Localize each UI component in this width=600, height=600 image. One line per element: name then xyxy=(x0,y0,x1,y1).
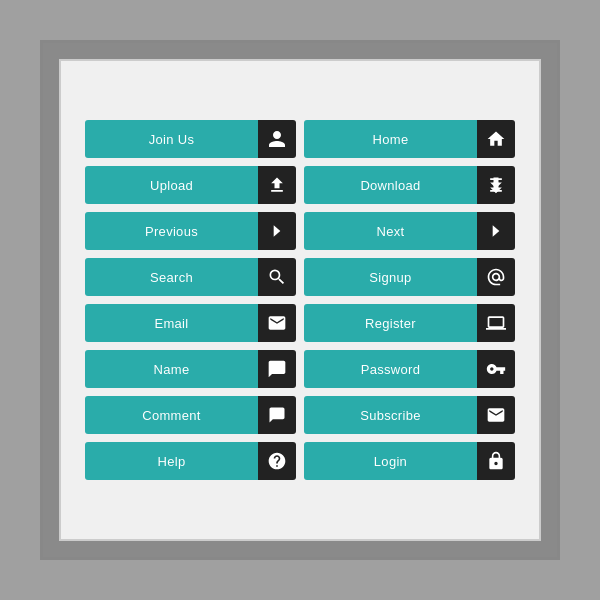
inner-card: Join UsHomeUploadDownloadPreviousNextSea… xyxy=(59,59,541,541)
button-label-login: Login xyxy=(304,442,477,480)
lock-icon xyxy=(477,442,515,480)
button-join-us[interactable]: Join Us xyxy=(85,120,296,158)
button-email[interactable]: Email xyxy=(85,304,296,342)
person-icon xyxy=(258,120,296,158)
button-label-help: Help xyxy=(85,442,258,480)
button-previous[interactable]: Previous xyxy=(85,212,296,250)
button-next[interactable]: Next xyxy=(304,212,515,250)
button-label-email: Email xyxy=(85,304,258,342)
subscribe-icon xyxy=(477,396,515,434)
button-grid: Join UsHomeUploadDownloadPreviousNextSea… xyxy=(85,120,515,480)
help-icon xyxy=(258,442,296,480)
comment-icon xyxy=(258,396,296,434)
button-label-name: Name xyxy=(85,350,258,388)
button-search[interactable]: Search xyxy=(85,258,296,296)
button-label-join-us: Join Us xyxy=(85,120,258,158)
chevron-right-icon xyxy=(477,212,515,250)
key-icon xyxy=(477,350,515,388)
button-register[interactable]: Register xyxy=(304,304,515,342)
laptop-icon xyxy=(477,304,515,342)
home-icon xyxy=(477,120,515,158)
at-icon xyxy=(477,258,515,296)
button-label-comment: Comment xyxy=(85,396,258,434)
button-home[interactable]: Home xyxy=(304,120,515,158)
upload-icon xyxy=(258,166,296,204)
button-label-search: Search xyxy=(85,258,258,296)
button-help[interactable]: Help xyxy=(85,442,296,480)
button-upload[interactable]: Upload xyxy=(85,166,296,204)
button-subscribe[interactable]: Subscribe xyxy=(304,396,515,434)
chat-icon xyxy=(258,350,296,388)
download-icon xyxy=(477,166,515,204)
button-label-previous: Previous xyxy=(85,212,258,250)
button-label-password: Password xyxy=(304,350,477,388)
chevron-right-icon xyxy=(258,212,296,250)
button-label-subscribe: Subscribe xyxy=(304,396,477,434)
button-signup[interactable]: Signup xyxy=(304,258,515,296)
button-password[interactable]: Password xyxy=(304,350,515,388)
button-label-register: Register xyxy=(304,304,477,342)
button-label-next: Next xyxy=(304,212,477,250)
button-label-upload: Upload xyxy=(85,166,258,204)
button-label-signup: Signup xyxy=(304,258,477,296)
button-label-download: Download xyxy=(304,166,477,204)
button-login[interactable]: Login xyxy=(304,442,515,480)
button-label-home: Home xyxy=(304,120,477,158)
email-icon xyxy=(258,304,296,342)
outer-frame: Join UsHomeUploadDownloadPreviousNextSea… xyxy=(40,40,560,560)
button-comment[interactable]: Comment xyxy=(85,396,296,434)
button-name[interactable]: Name xyxy=(85,350,296,388)
search-icon xyxy=(258,258,296,296)
button-download[interactable]: Download xyxy=(304,166,515,204)
